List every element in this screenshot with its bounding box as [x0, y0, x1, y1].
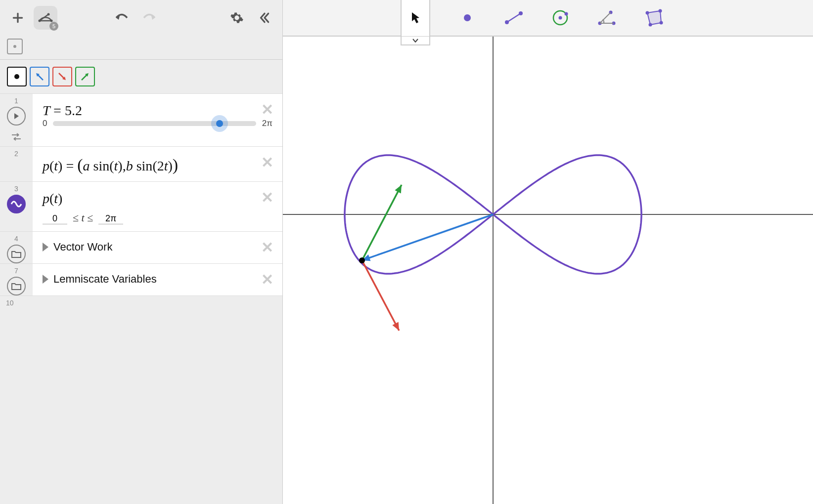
expression-row[interactable]: 7 Lemniscate Variables ✕	[0, 263, 282, 296]
delete-expression-button[interactable]: ✕	[261, 239, 273, 256]
svg-point-15	[565, 12, 568, 16]
style-point-black[interactable]	[7, 67, 27, 86]
domain-upper-input[interactable]	[98, 213, 123, 224]
slider-min[interactable]: 0	[43, 119, 47, 128]
tool-count-badge: 5	[49, 22, 58, 31]
polygon-tool[interactable]	[640, 4, 667, 31]
redo-button[interactable]	[137, 6, 161, 30]
plot-canvas[interactable]	[283, 37, 813, 504]
expression-label[interactable]: p(t)	[43, 191, 272, 207]
slider-mode-button[interactable]	[7, 127, 26, 146]
add-expression-button[interactable]	[6, 6, 30, 30]
play-slider-button[interactable]	[7, 107, 26, 126]
expression-sidebar: 5 1 T = 5.	[0, 0, 283, 504]
point-on-curve	[359, 257, 365, 263]
svg-point-2	[39, 20, 41, 22]
sidebar-topbar: 5	[0, 0, 282, 36]
svg-line-26	[362, 260, 399, 331]
delete-expression-button[interactable]: ✕	[261, 189, 273, 206]
geometry-tool-button[interactable]: 5	[34, 6, 57, 30]
caret-right-icon	[43, 243, 48, 252]
folder-title[interactable]: Lemniscate Variables	[43, 273, 272, 286]
visibility-toggle[interactable]	[7, 39, 23, 54]
slider-max[interactable]: 2π	[262, 119, 272, 128]
expression-index: 1	[14, 97, 18, 105]
acceleration-vector	[362, 260, 399, 331]
svg-line-12	[507, 13, 521, 22]
expression-index: 3	[14, 185, 18, 193]
settings-button[interactable]	[225, 6, 249, 30]
svg-point-14	[559, 16, 562, 20]
folder-title[interactable]: Vector Work	[43, 241, 272, 253]
domain-lower-input[interactable]	[43, 213, 67, 224]
expression-list: 1 T = 5.2 0 2π ✕ 2	[0, 93, 282, 504]
slider-track[interactable]	[53, 121, 256, 126]
style-vector-green[interactable]	[75, 67, 95, 86]
visibility-row	[0, 36, 282, 60]
circle-tool[interactable]	[547, 4, 574, 31]
svg-point-9	[464, 14, 471, 21]
curve-visibility-toggle[interactable]	[7, 195, 26, 213]
delete-expression-button[interactable]: ✕	[261, 154, 273, 171]
svg-point-22	[660, 21, 663, 25]
expression-index: 7	[14, 267, 18, 275]
expression-index: 2	[14, 150, 18, 158]
point-tool[interactable]	[454, 4, 481, 31]
graph-area[interactable]	[283, 0, 813, 504]
angle-tool[interactable]	[593, 4, 620, 31]
slider-thumb[interactable]	[216, 120, 223, 127]
expression-row[interactable]: 3 p(t) ≤ t ≤ ✕	[0, 181, 282, 232]
expression-index: 4	[14, 235, 18, 243]
graph-toolbar	[283, 0, 813, 37]
style-vector-blue[interactable]	[30, 67, 49, 86]
svg-point-21	[659, 9, 662, 13]
line-tool[interactable]	[500, 4, 527, 31]
expression-row[interactable]: 2 p(t) = (a sin(t),b sin(2t)) ✕	[0, 146, 282, 182]
expression-row[interactable]: 1 T = 5.2 0 2π ✕	[0, 93, 282, 147]
delete-expression-button[interactable]: ✕	[261, 101, 273, 118]
svg-point-4	[47, 13, 50, 16]
svg-point-5	[14, 74, 19, 79]
expression-row[interactable]: 4 Vector Work ✕	[0, 231, 282, 264]
folder-icon[interactable]	[7, 245, 26, 263]
expression-label[interactable]: T = 5.2	[43, 103, 272, 119]
folder-icon[interactable]	[7, 277, 26, 295]
style-vector-red[interactable]	[52, 67, 72, 86]
next-index-label: 10	[0, 296, 282, 321]
svg-point-20	[646, 11, 649, 15]
move-tool[interactable]	[401, 0, 430, 37]
svg-point-23	[649, 23, 652, 27]
color-style-row	[0, 60, 282, 93]
collapse-sidebar-button[interactable]	[253, 6, 276, 30]
delete-expression-button[interactable]: ✕	[261, 271, 273, 288]
undo-button[interactable]	[110, 6, 134, 30]
parametric-domain: ≤ t ≤	[43, 207, 272, 224]
expression-label[interactable]: p(t) = (a sin(t),b sin(2t))	[43, 156, 272, 174]
caret-right-icon	[43, 275, 48, 284]
svg-marker-19	[647, 11, 661, 25]
